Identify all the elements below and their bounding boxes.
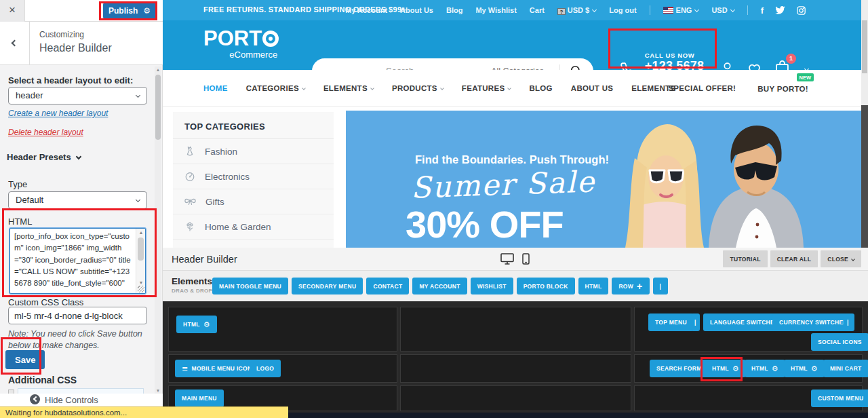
scrollbar-thumb[interactable] — [155, 75, 161, 140]
browser-status-bar: Waiting for hubdatasolutions.com... — [0, 406, 288, 418]
palette-wishlist[interactable]: WISHLIST — [471, 278, 513, 294]
element-html-1[interactable]: HTML⚙ — [705, 360, 746, 377]
back-button[interactable] — [0, 22, 30, 65]
topbar-link-about-us[interactable]: About Us — [400, 6, 433, 14]
scrollbar-thumb[interactable] — [862, 20, 867, 73]
palette-separator[interactable]: | — [653, 278, 669, 294]
category-item-fashion[interactable]: Fashion — [173, 139, 334, 164]
delete-header-layout-link[interactable]: Delete header layout — [8, 128, 83, 137]
element-logo[interactable]: LOGO — [250, 360, 281, 377]
palette-contact[interactable]: CONTACT — [366, 278, 409, 294]
chevron-down-icon — [694, 7, 699, 12]
header-presets-toggle[interactable]: Header Presets — [7, 152, 81, 162]
element-social-icons[interactable]: SOCIAL ICONS — [811, 333, 868, 351]
nav-about-us[interactable]: ABOUT US — [571, 84, 613, 92]
close-customizer-button[interactable]: × — [0, 0, 25, 22]
nav-elements[interactable]: ELEMENTS — [323, 84, 374, 92]
divider — [650, 5, 650, 15]
facebook-icon[interactable]: f — [761, 5, 764, 16]
hide-controls-icon — [30, 394, 40, 404]
close-button[interactable]: CLOSE — [821, 250, 861, 267]
gear-icon: ⚙ — [811, 364, 818, 373]
builder-cell-r1c2[interactable] — [400, 307, 631, 352]
category-item-home-garden[interactable]: Home & Garden — [173, 214, 334, 240]
category-item-electronics[interactable]: Electronics — [173, 164, 334, 189]
element-separator[interactable]: | — [844, 314, 852, 331]
topbar-link-my-wishlist[interactable]: My Wishlist — [475, 6, 516, 14]
nav-blog[interactable]: BLOG — [529, 84, 552, 92]
tutorial-button[interactable]: TUTORIAL — [723, 250, 767, 267]
element-mobile-menu-icon[interactable]: ≡MOBILE MENU ICON — [175, 360, 258, 377]
porto-logo[interactable]: PORT eCommerce — [203, 28, 279, 60]
scroll-up-icon[interactable]: ▲ — [136, 230, 146, 235]
clear-all-button[interactable]: CLEAR ALL — [770, 250, 818, 267]
type-label: Type — [8, 179, 27, 189]
scroll-down-icon[interactable]: ▼ — [155, 388, 161, 393]
html-textarea[interactable]: [porto_info_box icon_type="custom" icon_… — [9, 228, 146, 294]
nav-special-offer[interactable]: SPECIAL OFFER! — [668, 84, 736, 92]
currency2-dropdown[interactable]: USD — [711, 6, 734, 14]
scroll-down-icon[interactable]: ▼ — [136, 280, 146, 285]
scroll-up-icon[interactable]: ▲ — [155, 67, 161, 72]
element-search-form[interactable]: SEARCH FORM — [650, 360, 709, 377]
create-header-layout-link[interactable]: Create a new header layout — [8, 109, 108, 118]
element-mini-cart[interactable]: MINI CART — [823, 360, 868, 377]
builder-cell-r2c2[interactable] — [400, 354, 631, 383]
preview-scrollbar[interactable] — [861, 0, 868, 248]
element-currency-switcher[interactable]: CURRENCY SWITCHER — [772, 314, 854, 331]
element-html-3[interactable]: HTML⚙ — [784, 360, 825, 377]
builder-actions: TUTORIAL CLEAR ALL CLOSE — [723, 250, 861, 267]
nav-buy-porto[interactable]: BUY PORTO! NEW — [757, 82, 808, 94]
element-html-topbar[interactable]: HTML⚙ — [176, 316, 217, 333]
social-icons: f — [761, 5, 806, 16]
chevron-down-icon — [440, 86, 444, 90]
textarea-scrollbar[interactable]: ▲ ▼ — [136, 229, 145, 293]
resize-grip-icon[interactable] — [138, 286, 144, 292]
desktop-icon[interactable] — [500, 253, 514, 265]
palette-main-toggle-menu[interactable]: MAIN TOGGLE MENU — [212, 278, 288, 294]
sidebar-scrollbar[interactable]: ▲ ▼ — [155, 66, 161, 394]
publish-button[interactable]: Publish ⚙ — [103, 3, 156, 19]
gear-icon: ⚙ — [772, 364, 778, 373]
call-title: CALL US NOW — [645, 52, 715, 59]
custom-css-class-input[interactable] — [8, 307, 147, 324]
topbar-link-blog[interactable]: Blog — [446, 6, 462, 14]
screen: × Publish ⚙ Customizing Header Builder S… — [0, 0, 868, 418]
save-button[interactable]: Save — [5, 350, 45, 369]
element-custom-menu[interactable]: CUSTOM MENU — [811, 390, 868, 407]
category-item-gifts[interactable]: Gifts — [173, 189, 334, 214]
nav-categories[interactable]: CATEGORIES — [246, 84, 305, 92]
us-flag-icon — [663, 7, 673, 14]
currency-dropdown[interactable]: ?USD $ — [557, 6, 596, 15]
builder-cell-r3c2[interactable] — [400, 385, 631, 411]
palette-secondary-menu[interactable]: SECONDARY MENU — [292, 278, 363, 294]
type-select[interactable]: Default — [8, 191, 147, 209]
nav-products[interactable]: PRODUCTS — [392, 84, 443, 92]
scrollbar-thumb[interactable] — [138, 238, 144, 261]
header-layout-select[interactable]: header — [8, 87, 147, 104]
element-top-menu[interactable]: TOP MENU — [648, 314, 694, 331]
palette-my-account[interactable]: MY ACCOUNT — [412, 278, 467, 294]
twitter-icon[interactable] — [775, 6, 785, 14]
nav-home[interactable]: HOME — [203, 84, 228, 92]
chevron-down-icon — [730, 7, 735, 12]
page-content: TOP CATEGORIES Fashion Electronics Gifts… — [163, 107, 861, 248]
palette-row-add[interactable]: ROW+ — [612, 278, 649, 294]
custom-css-class-label: Custom CSS Class — [8, 297, 83, 307]
hero-banner[interactable]: Find the Boundaries. Push Through! Sumer… — [346, 111, 861, 248]
hide-controls-row[interactable]: Hide Controls — [0, 394, 163, 407]
mobile-icon[interactable] — [522, 253, 530, 265]
nav-features[interactable]: FEATURES — [462, 84, 511, 92]
palette-porto-block[interactable]: PORTO BLOCK — [517, 278, 575, 294]
instagram-icon[interactable] — [797, 6, 806, 15]
palette-html[interactable]: HTML — [578, 278, 609, 294]
html-label: HTML — [8, 216, 32, 227]
element-main-menu[interactable]: MAIN MENU — [175, 390, 224, 407]
topbar-link-cart[interactable]: Cart — [530, 6, 545, 14]
element-separator[interactable]: | — [691, 314, 700, 331]
customizer-topbar: × Publish ⚙ — [0, 0, 163, 22]
element-html-2[interactable]: HTML⚙ — [745, 360, 785, 377]
topbar-link-my-account[interactable]: My Account — [345, 6, 387, 14]
logout-link[interactable]: Log out — [609, 6, 636, 14]
language-dropdown[interactable]: ENG — [663, 6, 699, 14]
